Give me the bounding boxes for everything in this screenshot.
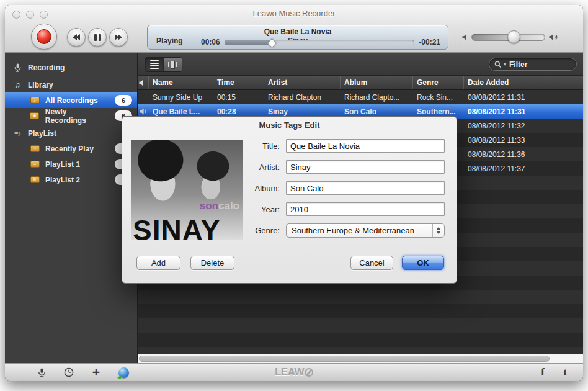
- field-row-year: Year:: [221, 202, 445, 216]
- coverflow-view-button[interactable]: [163, 58, 182, 71]
- list-view-icon: [150, 60, 159, 69]
- facebook-icon[interactable]: f: [541, 364, 545, 381]
- column-header-time[interactable]: Time: [213, 76, 264, 89]
- speaker-column-header[interactable]: [138, 76, 149, 89]
- playlist-icon: ≡♪: [12, 130, 22, 137]
- cell-date_added: 08/08/2012 11:31: [464, 107, 548, 116]
- column-header-rest: [564, 76, 583, 89]
- filter-field[interactable]: ▾: [489, 58, 577, 71]
- volume-high-icon: [549, 34, 558, 41]
- elapsed-time: 00:06: [201, 38, 220, 47]
- cell-album: Son Calo: [341, 107, 413, 116]
- record-button[interactable]: [31, 24, 57, 50]
- folder-clock-icon: ◔: [30, 145, 40, 152]
- now-playing-title: Que Baile La Novia: [148, 27, 448, 36]
- folder-list-icon: ≡: [30, 161, 40, 168]
- list-toolbar: ▾: [138, 53, 583, 76]
- sidebar-item-recently-play[interactable]: ◔Recently Play: [5, 141, 137, 156]
- fast-forward-icon: [115, 34, 122, 40]
- sidebar-item-label: Recently Play: [45, 145, 94, 153]
- year-input[interactable]: [286, 202, 445, 216]
- cell-time: 00:15: [213, 93, 264, 102]
- column-header-ablum[interactable]: Ablum: [341, 76, 413, 89]
- progress-bar[interactable]: [225, 40, 415, 45]
- sidebar-item-playlist-1[interactable]: ≡PlayList 1: [5, 156, 137, 172]
- rewind-icon: [73, 34, 79, 40]
- sidebar-item-label: PlayList 2: [45, 176, 80, 184]
- microphone-icon: [12, 63, 22, 72]
- column-header-date-added[interactable]: Date Added: [464, 76, 548, 89]
- volume-low-icon: [462, 34, 468, 40]
- record-icon: [37, 29, 51, 44]
- artist-input[interactable]: [286, 160, 445, 174]
- volume-slider[interactable]: [471, 34, 545, 41]
- sidebar: Recording♫Library♪All Recordings6★Newly …: [5, 53, 138, 363]
- count-badge: 6: [115, 95, 132, 106]
- sidebar-item-playlist-2[interactable]: ≡PlayList 2: [5, 172, 137, 187]
- music-notes-icon: ♫: [12, 80, 22, 89]
- pause-button[interactable]: [88, 28, 107, 47]
- cell-artist: Richard Clapton: [264, 93, 341, 102]
- sidebar-section-label: Library: [28, 81, 53, 89]
- leawo-logo-o-icon: [305, 368, 313, 377]
- column-header-genre[interactable]: Genre: [413, 76, 464, 89]
- delete-artwork-button[interactable]: Delete: [190, 256, 234, 270]
- progress-fill: [225, 40, 272, 45]
- table-header: NameTimeArtistAblumGenreDate Added: [138, 76, 583, 90]
- fast-forward-button[interactable]: [109, 28, 128, 47]
- sidebar-item-newly-recordings[interactable]: ★Newly Recordings6: [5, 108, 137, 124]
- twitter-icon[interactable]: t: [563, 364, 567, 381]
- field-label: Album:: [221, 184, 286, 193]
- genre-select[interactable]: Southern Europe & Mediterranean: [286, 223, 445, 238]
- field-row-title: Title:: [221, 139, 445, 153]
- sidebar-section-library[interactable]: ♫Library: [5, 77, 137, 92]
- ok-button[interactable]: OK: [402, 256, 444, 270]
- sidebar-section-playlist[interactable]: ≡♪PlayList: [5, 125, 137, 141]
- cell-date_added: 08/08/2012 11:31: [464, 93, 548, 102]
- volume-control: [462, 30, 558, 44]
- field-row-artist: Artist:: [221, 160, 445, 174]
- leawo-logo: LEAW: [5, 364, 583, 381]
- album-input[interactable]: [286, 181, 445, 195]
- title-input[interactable]: [286, 139, 445, 153]
- table-row[interactable]: Sunny Side Up00:15Richard ClaptonRichard…: [138, 90, 583, 104]
- cell-artist: Sinay: [264, 107, 341, 116]
- column-header-name[interactable]: Name: [149, 76, 213, 89]
- volume-knob[interactable]: [507, 30, 520, 43]
- music-tags-edit-dialog: Music Tags Edit son calo SINAY Title:Art…: [122, 116, 457, 284]
- folder-music-icon: ♪: [30, 97, 40, 104]
- field-label: Artist:: [221, 163, 286, 172]
- sidebar-section-recording[interactable]: Recording: [5, 60, 137, 75]
- table-row-empty: [138, 290, 583, 304]
- cell-date_added: 08/08/2012 11:32: [464, 122, 548, 130]
- sidebar-section-label: Recording: [28, 63, 65, 72]
- cell-time: 00:28: [213, 107, 264, 116]
- column-header-artist[interactable]: Artist: [264, 76, 341, 89]
- field-label: Genre:: [221, 226, 286, 235]
- search-scope-arrow-icon[interactable]: ▾: [504, 61, 506, 67]
- column-header-blank[interactable]: [548, 76, 564, 89]
- horizontal-scrollbar[interactable]: [138, 354, 583, 363]
- cell-date_added: 08/08/2012 11:37: [464, 164, 548, 173]
- rewind-button[interactable]: [67, 28, 86, 47]
- cell-genre: Southern...: [413, 107, 464, 116]
- cell-date_added: 08/08/2012 11:36: [464, 150, 548, 159]
- cell-genre: Rock Sin...: [413, 93, 464, 102]
- list-view-button[interactable]: [145, 58, 163, 71]
- filter-input[interactable]: [508, 60, 571, 70]
- coverflow-view-icon: [168, 61, 177, 69]
- sidebar-item-label: PlayList 1: [45, 160, 80, 169]
- folder-star-icon: ★: [30, 112, 40, 119]
- sidebar-item-label: All Recordings: [45, 96, 98, 105]
- app-window: Leawo Music Recorder Que Baile La Novia …: [5, 5, 583, 381]
- cell-name: Que Baile L...: [149, 107, 213, 116]
- now-playing-panel: Que Baile La Novia Playing Sinay 00:06 -…: [147, 25, 448, 50]
- sidebar-item-all-recordings[interactable]: ♪All Recordings6: [5, 92, 137, 108]
- table-row-empty: [138, 347, 583, 354]
- add-artwork-button[interactable]: Add: [136, 256, 180, 270]
- stepper-arrows-icon[interactable]: [432, 224, 444, 237]
- cancel-button[interactable]: Cancel: [350, 256, 393, 270]
- cell-name: Sunny Side Up: [149, 93, 213, 102]
- tag-fields: Title:Artist:Album:Year:Genre:Southern E…: [221, 139, 445, 245]
- scrollbar-thumb[interactable]: [139, 356, 550, 362]
